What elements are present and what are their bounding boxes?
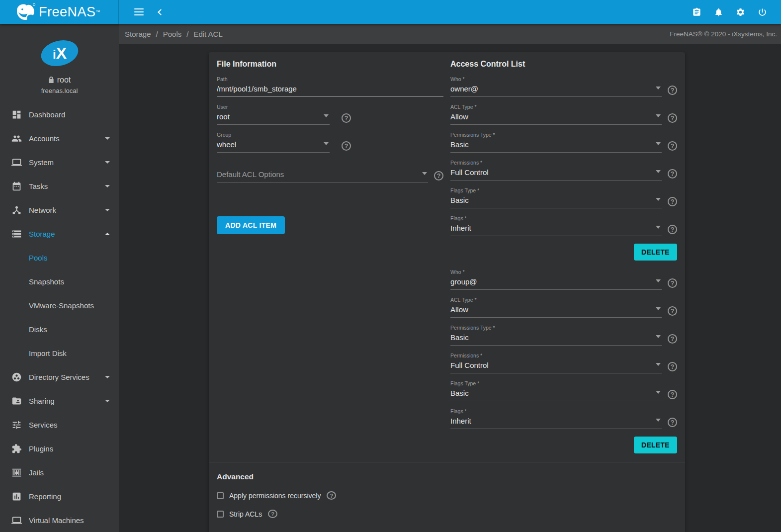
chevron-left-icon — [158, 9, 164, 15]
flags-select[interactable]: Inherit — [450, 223, 662, 236]
sidebar-item-storage[interactable]: Storage — [0, 222, 119, 246]
sidebar-item-tasks[interactable]: Tasks — [0, 174, 119, 198]
acl-type-select[interactable]: Allow — [450, 111, 662, 125]
field-label: Group — [217, 132, 443, 138]
help-icon[interactable]: ? — [668, 306, 677, 316]
acl-entry: Who * owner@ ? ACL Type * — [450, 76, 677, 261]
breadcrumb-pools[interactable]: Pools — [163, 30, 182, 38]
sidebar-item-system[interactable]: System — [0, 150, 119, 174]
sidebar-item-virtual-machines[interactable]: Virtual Machines — [0, 508, 119, 532]
path-input[interactable] — [217, 84, 443, 97]
power-button[interactable] — [751, 0, 773, 24]
sidebar-item-plugins[interactable]: Plugins — [0, 437, 119, 460]
default-acl-options-select[interactable]: Default ACL Options — [217, 169, 428, 182]
flags-field: Flags * Inherit ? — [450, 408, 677, 429]
delete-acl-entry-button[interactable]: DELETE — [634, 437, 677, 453]
chevron-down-icon — [656, 114, 661, 117]
field-label: Flags * — [450, 215, 677, 221]
acl-type-field: ACL Type * Allow ? — [450, 297, 677, 318]
help-icon[interactable]: ? — [668, 225, 677, 234]
field-value: owner@ — [450, 85, 478, 93]
back-button[interactable] — [150, 0, 172, 24]
sidebar-item-sharing[interactable]: Sharing — [0, 389, 119, 413]
field-value: Allow — [450, 305, 468, 314]
sidebar-item-reporting[interactable]: Reporting — [0, 484, 119, 508]
help-icon[interactable]: ? — [268, 510, 277, 518]
top-toolbar: FreeNAS ™ — [0, 0, 781, 24]
apply-permissions-recursively-checkbox[interactable] — [217, 492, 224, 499]
flags-select[interactable]: Inherit — [450, 416, 662, 429]
permissions-field: Permissions * Full Control ? — [450, 353, 677, 373]
group-select[interactable]: wheel — [217, 139, 330, 153]
user-panel: iX root freenas.local — [0, 24, 119, 102]
chevron-down-icon — [105, 137, 110, 140]
strip-acls-checkbox[interactable] — [217, 511, 224, 518]
chevron-down-icon — [656, 307, 661, 310]
menu-button[interactable] — [128, 0, 150, 24]
acl-type-select[interactable]: Allow — [450, 304, 662, 318]
sidebar-item-directory-services[interactable]: Directory Services — [0, 365, 119, 389]
sidebar-item-disks[interactable]: Disks — [0, 317, 119, 341]
who-select[interactable]: group@ — [450, 276, 662, 290]
who-select[interactable]: owner@ — [450, 84, 662, 97]
help-icon[interactable]: ? — [342, 141, 351, 151]
help-icon[interactable]: ? — [434, 171, 443, 180]
permissions-select[interactable]: Full Control — [450, 360, 662, 373]
chevron-down-icon — [656, 335, 661, 338]
sidebar-item-pools[interactable]: Pools — [0, 246, 119, 269]
user-select[interactable]: root — [217, 111, 330, 125]
chevron-down-icon — [105, 209, 110, 211]
help-icon[interactable]: ? — [668, 334, 677, 344]
permissions-select[interactable]: Full Control — [450, 167, 662, 180]
puzzle-icon — [11, 443, 22, 454]
delete-acl-entry-button[interactable]: DELETE — [634, 244, 677, 261]
notifications-button[interactable] — [707, 0, 729, 24]
permissions-type-select[interactable]: Basic — [450, 139, 662, 153]
who-field: Who * owner@ ? — [450, 76, 677, 97]
field-label: ACL Type * — [450, 104, 677, 110]
file-information-section: File Information Path User root ? — [217, 60, 443, 462]
help-icon[interactable]: ? — [668, 86, 677, 95]
help-icon[interactable]: ? — [668, 418, 677, 427]
tasks-manager-button[interactable] — [686, 0, 707, 24]
add-acl-item-button[interactable]: ADD ACL ITEM — [217, 216, 285, 234]
group-work-icon — [11, 372, 22, 382]
breadcrumb-storage[interactable]: Storage — [125, 30, 151, 38]
sidebar-item-dashboard[interactable]: Dashboard — [0, 102, 119, 126]
sidebar-item-snapshots[interactable]: Snapshots — [0, 269, 119, 293]
sidebar-item-services[interactable]: Services — [0, 413, 119, 437]
help-icon[interactable]: ? — [342, 113, 351, 123]
help-icon[interactable]: ? — [668, 197, 677, 206]
sidebar-item-import-disk[interactable]: Import Disk — [0, 341, 119, 365]
help-icon[interactable]: ? — [668, 169, 677, 178]
user-field: User root ? — [217, 104, 443, 125]
chevron-down-icon — [656, 198, 661, 201]
who-field: Who * group@ ? — [450, 269, 677, 290]
sidebar-item-accounts[interactable]: Accounts — [0, 126, 119, 150]
flags-type-select[interactable]: Basic — [450, 195, 662, 208]
sidebar-item-network[interactable]: Network — [0, 198, 119, 222]
help-icon[interactable]: ? — [668, 113, 677, 123]
chevron-down-icon — [656, 226, 661, 229]
settings-button[interactable] — [729, 0, 751, 24]
help-icon[interactable]: ? — [668, 390, 677, 399]
brand-logo[interactable]: FreeNAS ™ — [0, 0, 119, 24]
help-icon[interactable]: ? — [668, 141, 677, 151]
field-label: Permissions Type * — [450, 132, 677, 138]
sidebar-item-jails[interactable]: Jails — [0, 460, 119, 484]
flags-type-select[interactable]: Basic — [450, 388, 662, 401]
sidebar: iX root freenas.local Dashboard Accounts… — [0, 24, 119, 532]
people-icon — [11, 133, 22, 144]
help-icon[interactable]: ? — [668, 362, 677, 371]
help-icon[interactable]: ? — [327, 491, 336, 500]
chevron-down-icon — [656, 391, 661, 394]
field-label: Who * — [450, 76, 677, 82]
permissions-field: Permissions * Full Control ? — [450, 160, 677, 180]
laptop-icon — [11, 157, 22, 168]
help-icon[interactable]: ? — [668, 278, 677, 288]
permissions-type-select[interactable]: Basic — [450, 332, 662, 346]
field-label: Flags * — [450, 408, 677, 414]
sidebar-item-vmware-snapshots[interactable]: VMware-Snapshots — [0, 293, 119, 317]
section-title: Advanced — [217, 472, 677, 481]
field-value: Allow — [450, 112, 468, 121]
